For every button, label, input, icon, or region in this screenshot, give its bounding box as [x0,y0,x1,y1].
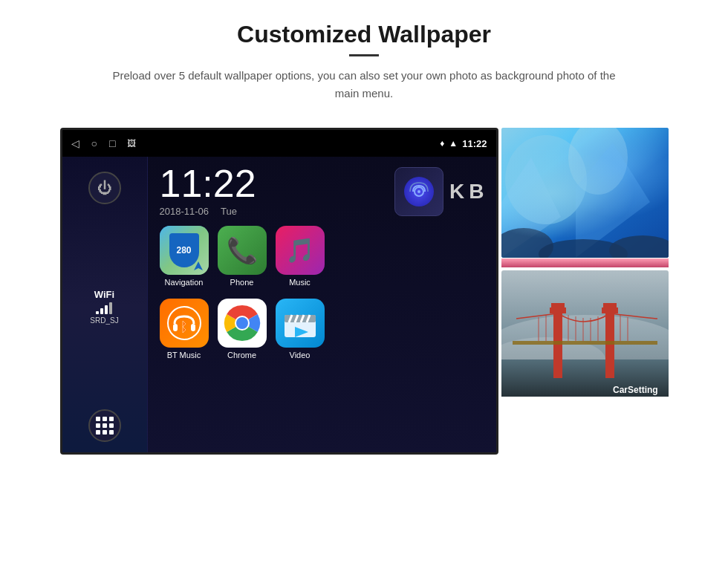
wifi-bar-1 [96,311,99,314]
wallpaper-panel: CarSetting [501,128,669,400]
svg-rect-32 [603,303,617,307]
power-icon: ⏻ [97,180,112,197]
wifi-ssid: SRD_SJ [90,316,118,325]
svg-rect-15 [501,128,669,258]
app-music[interactable]: 🎵 Music [276,226,325,287]
chrome-svg-icon [222,303,262,343]
page-subtitle: Preload over 5 default wallpaper options… [104,67,624,102]
wallpaper-ice[interactable] [501,128,669,258]
content-area: ◁ ○ □ 🖼 ♦ ▲ 11:22 ⏻ WiFi [0,114,728,455]
status-bar: ◁ ○ □ 🖼 ♦ ▲ 11:22 [62,130,496,157]
back-nav-icon[interactable]: ◁ [71,137,79,149]
app-video[interactable]: Video [276,299,325,359]
svg-marker-19 [576,143,650,258]
status-time: 11:22 [462,138,487,149]
nav-arrow-icon [191,258,206,273]
video-label: Video [290,351,311,359]
power-button[interactable]: ⏻ [88,172,121,204]
svg-rect-33 [513,341,657,345]
widget-k-label: K [449,180,464,204]
app-row-2: BT Music [148,293,496,365]
svg-rect-31 [551,303,565,307]
app-bt-music[interactable]: BT Music [160,299,209,359]
widget-block: K B [394,164,484,216]
svg-point-7 [236,317,248,329]
wifi-bar-4 [109,302,112,314]
grid-dots-icon [96,417,114,435]
svg-point-22 [609,235,669,258]
svg-rect-29 [550,307,566,313]
app-phone[interactable]: 📞 Phone [218,226,267,287]
svg-text:CarSetting: CarSetting [613,385,658,395]
svg-rect-4 [191,324,195,331]
clock-date: 2018-11-06 Tue [160,206,388,217]
widget-b-label: B [469,180,484,204]
svg-marker-18 [501,157,561,258]
wallpaper-bridge[interactable]: CarSetting [501,270,669,400]
wifi-label: WiFi [90,289,118,300]
btmusic-icon [160,299,209,348]
clock-widget-row: 11:22 2018-11-06 Tue [148,157,496,220]
apps-grid-button[interactable] [88,409,121,442]
clock-block: 11:22 2018-11-06 Tue [160,164,388,217]
svg-point-1 [417,190,420,193]
title-divider [349,54,379,56]
navigation-label: Navigation [165,278,204,287]
wifi-bar-2 [100,308,103,314]
page-header: Customized Wallpaper Preload over 5 defa… [0,0,728,114]
recent-nav-icon[interactable]: □ [109,137,115,149]
app-row-1: 280 Navigation 📞 Phone [148,220,496,293]
chrome-label: Chrome [227,351,256,359]
app-chrome[interactable]: Chrome [218,299,267,359]
ice-wallpaper-svg [501,128,669,258]
gallery-nav-icon[interactable]: 🖼 [127,138,136,149]
radio-wave-icon [407,180,431,204]
svg-point-16 [505,135,587,224]
video-svg-icon [282,305,319,342]
left-sidebar: ⏻ WiFi SRD_SJ [62,157,148,455]
svg-point-17 [568,128,628,195]
video-icon [276,299,325,348]
btmusic-label: BT Music [167,351,201,359]
phone-label: Phone [230,278,254,287]
wifi-info: WiFi SRD_SJ [90,289,118,325]
location-icon: ♦ [440,138,444,149]
radio-widget[interactable] [394,167,443,216]
svg-point-21 [539,239,628,258]
svg-rect-3 [173,324,178,331]
bridge-wallpaper-svg: CarSetting [501,270,669,397]
wifi-icon: ▲ [449,138,458,149]
svg-point-20 [501,228,553,258]
clock-time: 11:22 [160,164,388,203]
radio-icon [404,177,434,206]
screen-main: ⏻ WiFi SRD_SJ [62,157,496,455]
page-title: Customized Wallpaper [59,21,669,48]
clock-date-value: 2018-11-06 [160,206,209,217]
phone-icon: 📞 [218,226,267,275]
btmusic-svg-icon [167,306,201,340]
app-navigation[interactable]: 280 Navigation [160,226,209,287]
status-bar-right: ♦ ▲ 11:22 [440,138,487,149]
status-bar-left: ◁ ○ □ 🖼 [71,137,137,149]
music-icon: 🎵 [276,226,325,275]
home-nav-icon[interactable]: ○ [91,137,97,149]
wifi-bar-3 [105,305,108,314]
clock-day-value: Tue [221,206,237,217]
chrome-icon [218,299,267,348]
device-screen: ◁ ○ □ 🖼 ♦ ▲ 11:22 ⏻ WiFi [60,128,498,455]
navigation-icon: 280 [160,226,209,275]
svg-rect-30 [602,307,618,313]
music-label: Music [289,278,311,287]
wallpaper-strip [501,260,669,266]
wifi-bars [90,302,118,314]
screen-content: 11:22 2018-11-06 Tue [148,157,496,455]
